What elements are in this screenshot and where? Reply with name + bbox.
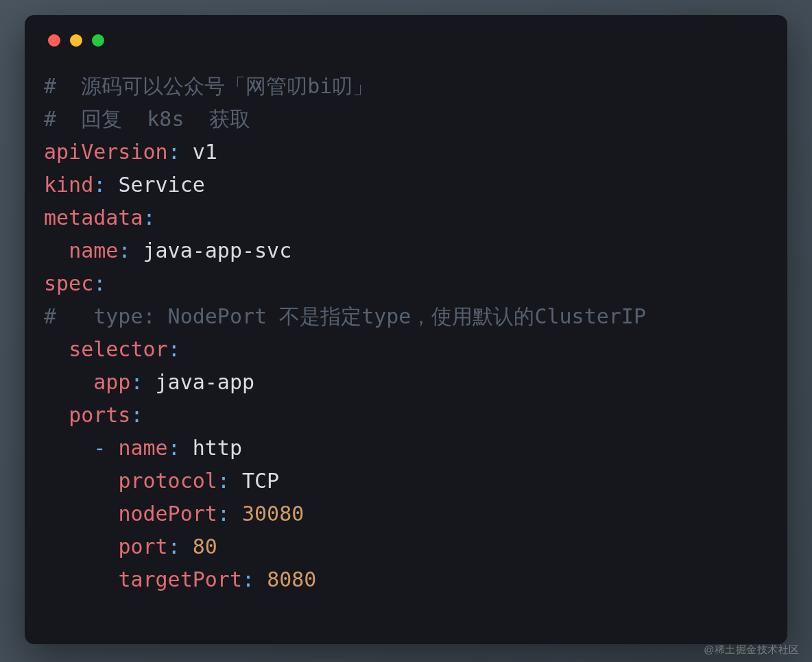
- colon-icon: :: [130, 403, 143, 427]
- yaml-key: protocol: [118, 469, 217, 493]
- yaml-key: spec: [44, 271, 93, 295]
- yaml-key: apiVersion: [44, 140, 168, 164]
- colon-icon: :: [143, 206, 156, 230]
- yaml-value: 80: [193, 535, 217, 559]
- yaml-value: v1: [193, 140, 217, 164]
- colon-icon: :: [93, 173, 106, 197]
- colon-icon: :: [130, 370, 143, 394]
- colon-icon: :: [168, 436, 180, 460]
- yaml-value: 30080: [242, 502, 304, 526]
- colon-icon: :: [168, 140, 180, 164]
- colon-icon: :: [168, 337, 180, 361]
- colon-icon: :: [168, 535, 180, 559]
- traffic-lights: [48, 34, 768, 47]
- comment-line: # 回复 k8s 获取: [44, 107, 250, 131]
- yaml-key: port: [118, 535, 167, 559]
- code-block: # 源码可以公众号「网管叨bi叨」 # 回复 k8s 获取 apiVersion…: [44, 70, 768, 596]
- yaml-key: metadata: [44, 206, 143, 230]
- code-window: # 源码可以公众号「网管叨bi叨」 # 回复 k8s 获取 apiVersion…: [25, 15, 787, 644]
- yaml-value: java-app-svc: [143, 238, 292, 262]
- yaml-value: http: [193, 436, 242, 460]
- yaml-key: targetPort: [118, 567, 242, 591]
- colon-icon: :: [242, 567, 254, 591]
- yaml-value: Service: [118, 173, 204, 197]
- colon-icon: :: [118, 238, 130, 262]
- zoom-icon[interactable]: [92, 34, 104, 47]
- yaml-key: name: [118, 436, 167, 460]
- comment-line: # 源码可以公众号「网管叨bi叨」: [44, 74, 373, 98]
- yaml-value: java-app: [156, 370, 255, 394]
- watermark-text: @稀土掘金技术社区: [704, 643, 800, 657]
- colon-icon: :: [93, 271, 106, 295]
- yaml-key: kind: [44, 173, 93, 197]
- yaml-value: 8080: [267, 567, 316, 591]
- yaml-key: app: [93, 370, 130, 394]
- yaml-key: name: [69, 238, 118, 262]
- comment-line: # type: NodePort 不是指定type，使用默认的ClusterIP: [44, 304, 646, 328]
- yaml-key: ports: [69, 403, 130, 427]
- yaml-value: TCP: [242, 469, 279, 493]
- colon-icon: :: [217, 502, 230, 526]
- close-icon[interactable]: [48, 34, 60, 47]
- yaml-key: nodePort: [118, 502, 217, 526]
- minimize-icon[interactable]: [70, 34, 82, 47]
- colon-icon: :: [217, 469, 230, 493]
- dash-icon: -: [93, 436, 106, 460]
- yaml-key: selector: [69, 337, 168, 361]
